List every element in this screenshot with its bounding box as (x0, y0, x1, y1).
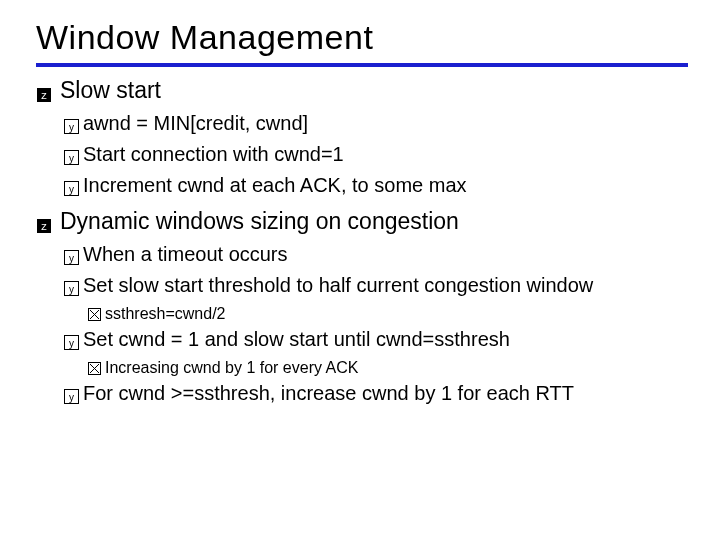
square-x-icon (88, 306, 101, 325)
square-y-icon: y (64, 277, 79, 302)
svg-text:y: y (69, 184, 74, 195)
bullet-text: awnd = MIN[credit, cwnd] (83, 111, 308, 136)
bullet-text: Set slow start threshold to half current… (83, 273, 593, 298)
bullet-text: Slow start (60, 77, 161, 104)
bullet-level1: z Slow start (36, 77, 688, 109)
bullet-level2: y For cwnd >=ssthresh, increase cwnd by … (64, 381, 688, 410)
bullet-text: Start connection with cwnd=1 (83, 142, 344, 167)
svg-text:z: z (41, 220, 47, 232)
bullet-level3: Increasing cwnd by 1 for every ACK (88, 358, 688, 379)
square-y-icon: y (64, 246, 79, 271)
bullet-text: For cwnd >=ssthresh, increase cwnd by 1 … (83, 381, 574, 406)
square-y-icon: y (64, 146, 79, 171)
bullet-text: When a timeout occurs (83, 242, 288, 267)
square-y-icon: y (64, 177, 79, 202)
svg-text:y: y (69, 392, 74, 403)
square-x-icon (88, 360, 101, 379)
svg-text:y: y (69, 122, 74, 133)
bullet-level1: z Dynamic windows sizing on congestion (36, 208, 688, 240)
bullet-text: Increment cwnd at each ACK, to some max (83, 173, 467, 198)
svg-text:y: y (69, 284, 74, 295)
bullet-text: Increasing cwnd by 1 for every ACK (105, 358, 358, 377)
bullet-level2: y Start connection with cwnd=1 (64, 142, 688, 171)
square-y-icon: y (64, 385, 79, 410)
svg-text:y: y (69, 253, 74, 264)
square-z-icon: z (36, 213, 52, 240)
bullet-level2: y Set slow start threshold to half curre… (64, 273, 688, 302)
bullet-level2: y Set cwnd = 1 and slow start until cwnd… (64, 327, 688, 356)
bullet-text: Set cwnd = 1 and slow start until cwnd=s… (83, 327, 510, 352)
svg-text:y: y (69, 338, 74, 349)
bullet-level3: ssthresh=cwnd/2 (88, 304, 688, 325)
square-y-icon: y (64, 115, 79, 140)
svg-text:z: z (41, 89, 47, 101)
bullet-text: Dynamic windows sizing on congestion (60, 208, 459, 235)
bullet-level2: y When a timeout occurs (64, 242, 688, 271)
title-underline (36, 63, 688, 67)
square-y-icon: y (64, 331, 79, 356)
square-z-icon: z (36, 82, 52, 109)
slide-title: Window Management (36, 18, 688, 57)
bullet-level2: y Increment cwnd at each ACK, to some ma… (64, 173, 688, 202)
svg-text:y: y (69, 153, 74, 164)
bullet-level2: y awnd = MIN[credit, cwnd] (64, 111, 688, 140)
bullet-text: ssthresh=cwnd/2 (105, 304, 226, 323)
